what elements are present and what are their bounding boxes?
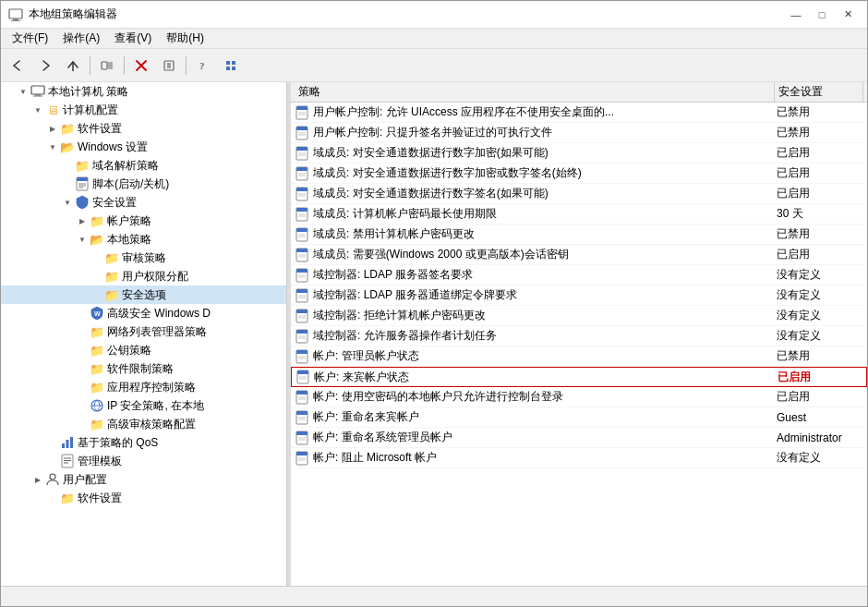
- policy-icon: [295, 370, 310, 384]
- help-button[interactable]: ?: [190, 53, 216, 79]
- tree-label-dns: 域名解析策略: [92, 158, 159, 174]
- accounts-expander[interactable]: [75, 213, 90, 228]
- userconfig-expander[interactable]: [30, 472, 45, 487]
- menu-bar: 文件(F) 操作(A) 查看(V) 帮助(H): [1, 29, 867, 49]
- policy-icon: [295, 329, 309, 344]
- policy-value: 30 天: [777, 206, 863, 222]
- tree-item-netlist[interactable]: 📁 网络列表管理器策略: [1, 322, 286, 341]
- tree-item-root[interactable]: 本地计算机 策略: [1, 82, 286, 101]
- delete-button[interactable]: [128, 53, 154, 79]
- svg-rect-1: [13, 18, 18, 20]
- list-row[interactable]: 域成员: 对安全通道数据进行数字加密或数字签名(始终)已启用: [291, 164, 867, 184]
- menu-action[interactable]: 操作(A): [55, 29, 107, 48]
- menu-file[interactable]: 文件(F): [5, 29, 55, 48]
- list-row[interactable]: 域成员: 对安全通道数据进行数字签名(如果可能)已启用: [291, 184, 867, 204]
- tree-item-userrights[interactable]: 📁 用户权限分配: [1, 267, 286, 285]
- qos-leaf: [45, 435, 60, 450]
- svg-rect-2: [11, 20, 20, 21]
- tree-label-softconfig: 软件设置: [78, 491, 122, 506]
- root-expander[interactable]: [16, 84, 30, 99]
- svg-rect-21: [77, 177, 88, 181]
- tree-item-accounts[interactable]: 📁 帐户策略: [1, 212, 286, 230]
- chart-icon: [60, 435, 75, 450]
- close-button[interactable]: ✕: [836, 6, 860, 24]
- tree-item-dns[interactable]: 📁 域名解析策略: [1, 156, 286, 175]
- ipsec-leaf: [75, 398, 90, 413]
- windows-expander[interactable]: [45, 140, 60, 154]
- tree-item-local[interactable]: 📂 本地策略: [1, 230, 286, 249]
- minimize-button[interactable]: —: [784, 6, 808, 24]
- main-window: 本地组策略编辑器 — □ ✕ 文件(F) 操作(A) 查看(V) 帮助(H): [0, 0, 868, 607]
- title-bar-left: 本地组策略编辑器: [8, 6, 117, 22]
- show-hide-button[interactable]: [94, 53, 120, 79]
- tree-item-softconfig[interactable]: 📁 软件设置: [1, 489, 286, 507]
- list-row[interactable]: 帐户: 管理员帐户状态已禁用: [291, 346, 867, 367]
- tree-item-security[interactable]: 安全设置: [1, 193, 286, 212]
- software-expander[interactable]: [45, 121, 60, 136]
- computer-expander[interactable]: [30, 103, 45, 117]
- applocker-leaf: [75, 380, 90, 395]
- policy-icon: [295, 410, 309, 425]
- list-row[interactable]: 用户帐户控制: 允许 UIAccess 应用程序在不使用安全桌面的...已禁用: [291, 103, 867, 123]
- policy-value: 已禁用: [777, 125, 863, 140]
- up-icon: [66, 59, 79, 72]
- menu-view[interactable]: 查看(V): [107, 29, 159, 48]
- list-row[interactable]: 域控制器: LDAP 服务器签名要求没有定义: [291, 265, 867, 285]
- local-expander[interactable]: [75, 232, 90, 247]
- scripts-leaf: [60, 176, 75, 191]
- list-row[interactable]: 域控制器: 允许服务器操作者计划任务没有定义: [291, 326, 867, 346]
- tree-item-secoptions[interactable]: 📁 安全选项: [1, 285, 286, 304]
- security-expander[interactable]: [60, 195, 75, 210]
- up-button[interactable]: [60, 53, 86, 79]
- policy-icon: [295, 390, 309, 405]
- tree-item-applocker[interactable]: 📁 应用程序控制策略: [1, 378, 286, 396]
- policy-icon: [295, 207, 309, 222]
- tree-item-windows[interactable]: 📂 Windows 设置: [1, 138, 286, 156]
- list-row[interactable]: 帐户: 阻止 Microsoft 帐户没有定义: [291, 448, 867, 468]
- export-button[interactable]: [218, 53, 244, 79]
- maximize-button[interactable]: □: [810, 6, 834, 24]
- header-policy[interactable]: 策略: [295, 82, 775, 102]
- tree-item-admtemplates[interactable]: 管理模板: [1, 452, 286, 470]
- list-row[interactable]: 域控制器: 拒绝计算机帐户密码更改没有定义: [291, 306, 867, 326]
- tree-label-local: 本地策略: [107, 232, 151, 248]
- list-row[interactable]: 域成员: 对安全通道数据进行数字加密(如果可能)已启用: [291, 143, 867, 164]
- header-security[interactable]: 安全设置: [775, 82, 863, 102]
- tree-item-qos[interactable]: 基于策略的 QoS: [1, 433, 286, 452]
- folder-icon: 📁: [60, 491, 75, 505]
- show-hide-icon: [101, 59, 114, 72]
- list-row[interactable]: 用户帐户控制: 只提升签名并验证过的可执行文件已禁用: [291, 123, 867, 143]
- right-panel: 策略 安全设置 用户帐户控制: 允许 UIAccess 应用程序在不使用安全桌面…: [291, 82, 867, 586]
- list-row[interactable]: 帐户: 使用空密码的本地帐户只允许进行控制台登录已启用: [291, 387, 867, 407]
- properties-button[interactable]: [156, 53, 182, 79]
- list-row[interactable]: 域成员: 计算机帐户密码最长使用期限30 天: [291, 204, 867, 225]
- list-row[interactable]: 帐户: 重命名系统管理员帐户Administrator: [291, 428, 867, 448]
- back-button[interactable]: [5, 53, 30, 79]
- forward-button[interactable]: [32, 53, 58, 79]
- tree-item-ipsec[interactable]: IP 安全策略, 在本地: [1, 396, 286, 415]
- tree-item-userconfig[interactable]: 用户配置: [1, 470, 286, 489]
- delete-icon: [135, 59, 148, 72]
- list-row[interactable]: 帐户: 来宾帐户状态已启用: [291, 367, 867, 387]
- policy-name: 帐户: 来宾帐户状态: [314, 370, 778, 385]
- templates-icon: [60, 454, 75, 468]
- tree-item-softrestrict[interactable]: 📁 软件限制策略: [1, 359, 286, 378]
- tree-label-softrestrict: 软件限制策略: [107, 361, 174, 377]
- tree-item-audit[interactable]: 📁 审核策略: [1, 249, 286, 267]
- policy-value: 已启用: [777, 389, 863, 405]
- tree-item-scripts[interactable]: 脚本(启动/关机): [1, 175, 286, 193]
- list-row[interactable]: 域成员: 需要强(Windows 2000 或更高版本)会话密钥已启用: [291, 245, 867, 265]
- policy-name: 用户帐户控制: 允许 UIAccess 应用程序在不使用安全桌面的...: [313, 104, 777, 120]
- tree-item-pubkey[interactable]: 📁 公钥策略: [1, 341, 286, 359]
- list-row[interactable]: 域成员: 禁用计算机帐户密码更改已禁用: [291, 225, 867, 245]
- svg-rect-5: [108, 62, 113, 69]
- tree-item-computer[interactable]: 🖥 计算机配置: [1, 101, 286, 119]
- list-row[interactable]: 域控制器: LDAP 服务器通道绑定令牌要求没有定义: [291, 285, 867, 306]
- menu-help[interactable]: 帮助(H): [159, 29, 211, 48]
- tree-item-advanced[interactable]: W 高级安全 Windows D: [1, 304, 286, 322]
- list-row[interactable]: 帐户: 重命名来宾帐户Guest: [291, 407, 867, 428]
- policy-name: 域控制器: LDAP 服务器通道绑定令牌要求: [313, 287, 777, 303]
- policy-name: 帐户: 管理员帐户状态: [313, 348, 777, 364]
- tree-item-software[interactable]: 📁 软件设置: [1, 119, 286, 138]
- tree-item-advaudit[interactable]: 📁 高级审核策略配置: [1, 415, 286, 433]
